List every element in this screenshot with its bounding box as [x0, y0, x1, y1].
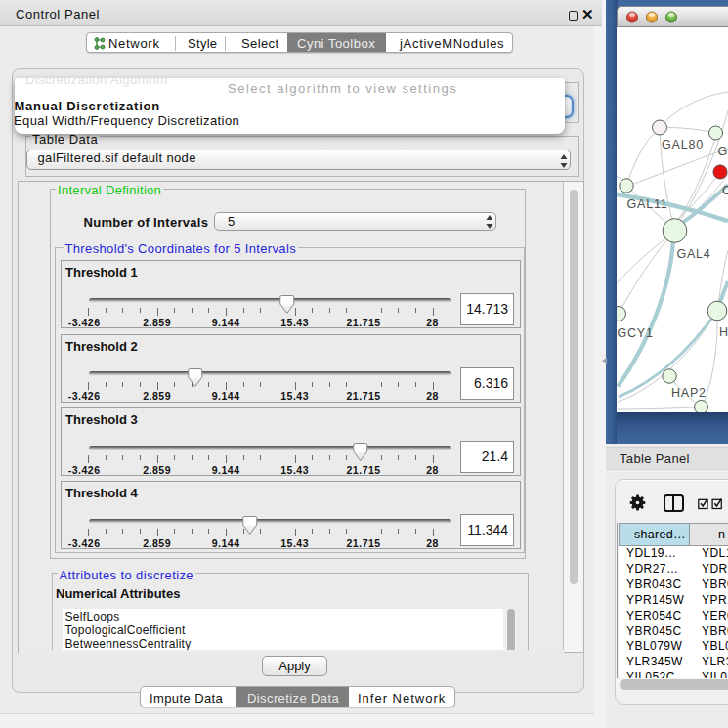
- svg-text:H: H: [719, 325, 728, 339]
- svg-text:GAL4: GAL4: [676, 247, 710, 261]
- svg-text:GCY1: GCY1: [618, 326, 654, 340]
- svg-text:GAL80: GAL80: [662, 138, 704, 151]
- svg-text:GAL11: GAL11: [627, 197, 668, 211]
- svg-text:C: C: [722, 184, 728, 197]
- svg-text:G.: G.: [718, 145, 728, 158]
- svg-text:HAP2: HAP2: [671, 386, 707, 400]
